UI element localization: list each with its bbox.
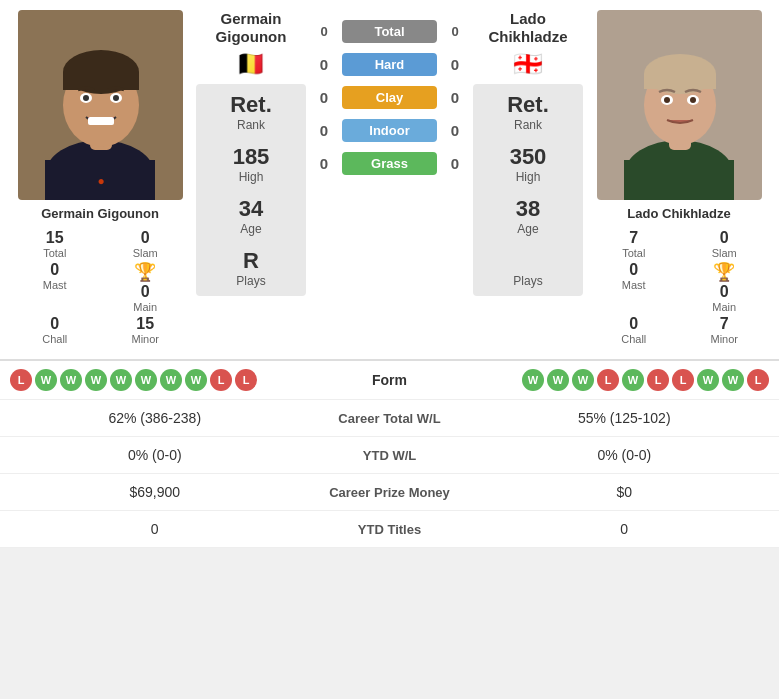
hard-btn: Hard bbox=[342, 53, 437, 76]
left-slam-value: 0 bbox=[108, 229, 183, 247]
right-slam-cell: 0 Slam bbox=[687, 229, 762, 259]
stats-label-3: YTD Titles bbox=[290, 522, 490, 537]
right-mast-value: 0 bbox=[597, 261, 672, 279]
left-form-badge-l: L bbox=[235, 369, 257, 391]
right-main-value: 0 bbox=[687, 283, 762, 301]
stats-row-3: 0 YTD Titles 0 bbox=[0, 511, 779, 548]
right-form-badge-l: L bbox=[672, 369, 694, 391]
right-slam-value: 0 bbox=[687, 229, 762, 247]
left-plays-label: Plays bbox=[236, 274, 265, 288]
right-main-label: Main bbox=[687, 301, 762, 313]
left-form-badge-w: W bbox=[185, 369, 207, 391]
stats-label-2: Career Prize Money bbox=[290, 485, 490, 500]
right-minor-label: Minor bbox=[687, 333, 762, 345]
right-form-badge-l: L bbox=[597, 369, 619, 391]
top-section: ● Germain Gigounon 15 Total 0 Slam 0 Mas… bbox=[0, 0, 779, 355]
right-minor-cell: 7 Minor bbox=[687, 315, 762, 345]
bottom-section: LWWWWWWWLL Form WWWLWLLWWL 62% (386-238)… bbox=[0, 359, 779, 548]
form-label: Form bbox=[330, 372, 450, 388]
right-form-badge-w: W bbox=[572, 369, 594, 391]
grass-btn: Grass bbox=[342, 152, 437, 175]
stats-right-1: 0% (0-0) bbox=[490, 447, 760, 463]
left-player-photo: ● bbox=[18, 10, 183, 200]
left-main-label: Main bbox=[108, 301, 183, 313]
right-plays-stat: Plays bbox=[513, 248, 542, 288]
surfaces-center: 0 Total 0 0 Hard 0 0 Clay 0 0 Indoor 0 bbox=[312, 10, 467, 345]
left-total-cell: 15 Total bbox=[18, 229, 93, 259]
right-form-badge-l: L bbox=[747, 369, 769, 391]
stats-rows-container: 62% (386-238) Career Total W/L 55% (125-… bbox=[0, 400, 779, 548]
svg-point-22 bbox=[690, 97, 696, 103]
right-ret-value: Ret. bbox=[507, 92, 549, 118]
hard-row: 0 Hard 0 bbox=[312, 53, 467, 76]
left-high-label: High bbox=[233, 170, 270, 184]
right-high-label: High bbox=[510, 170, 547, 184]
right-form-badge-w: W bbox=[522, 369, 544, 391]
stats-left-3: 0 bbox=[20, 521, 290, 537]
left-form-badge-l: L bbox=[210, 369, 232, 391]
right-high-value: 350 bbox=[510, 144, 547, 170]
svg-point-9 bbox=[113, 95, 119, 101]
left-indoor-score: 0 bbox=[312, 122, 336, 139]
right-trophy-cell: 🏆 0 Main bbox=[687, 261, 762, 313]
right-total-value: 7 bbox=[597, 229, 672, 247]
left-minor-value: 15 bbox=[108, 315, 183, 333]
left-minor-cell: 15 Minor bbox=[108, 315, 183, 345]
stats-left-2: $69,900 bbox=[20, 484, 290, 500]
left-grass-score: 0 bbox=[312, 155, 336, 172]
right-grass-score: 0 bbox=[443, 155, 467, 172]
right-age-stat: 38 Age bbox=[516, 196, 540, 236]
left-plays-value: R bbox=[236, 248, 265, 274]
right-plays-label: Plays bbox=[513, 274, 542, 288]
stats-right-0: 55% (125-102) bbox=[490, 410, 760, 426]
svg-point-21 bbox=[664, 97, 670, 103]
left-high-stat: 185 High bbox=[233, 144, 270, 184]
left-mid-section: Germain Gigounon 🇧🇪 Ret. Rank 185 High 3… bbox=[196, 10, 306, 345]
svg-rect-18 bbox=[644, 74, 716, 89]
total-row: 0 Total 0 bbox=[312, 20, 467, 43]
right-clay-score: 0 bbox=[443, 89, 467, 106]
left-slam-label: Slam bbox=[108, 247, 183, 259]
clay-row: 0 Clay 0 bbox=[312, 86, 467, 109]
left-form-badge-w: W bbox=[35, 369, 57, 391]
left-clay-score: 0 bbox=[312, 89, 336, 106]
left-minor-label: Minor bbox=[108, 333, 183, 345]
right-minor-value: 7 bbox=[687, 315, 762, 333]
right-form-badge-w: W bbox=[547, 369, 569, 391]
right-player-photo bbox=[597, 10, 762, 200]
left-trophy-cell: 🏆 0 Main bbox=[108, 261, 183, 313]
right-slam-label: Slam bbox=[687, 247, 762, 259]
stats-right-3: 0 bbox=[490, 521, 760, 537]
stats-row-2: $69,900 Career Prize Money $0 bbox=[0, 474, 779, 511]
right-hard-score: 0 bbox=[443, 56, 467, 73]
left-middle-stats: Ret. Rank 185 High 34 Age R Plays bbox=[196, 84, 306, 296]
right-player-section: Lado Chikhladze 7 Total 0 Slam 0 Mast 🏆 … bbox=[589, 10, 769, 345]
left-stats-grid: 15 Total 0 Slam 0 Mast 🏆 0 Main 0 bbox=[18, 229, 183, 345]
grass-row: 0 Grass 0 bbox=[312, 152, 467, 175]
right-mast-cell: 0 Mast bbox=[597, 261, 672, 313]
left-flag: 🇧🇪 bbox=[236, 50, 266, 78]
svg-rect-23 bbox=[624, 160, 734, 200]
left-form-badge-w: W bbox=[85, 369, 107, 391]
clay-btn: Clay bbox=[342, 86, 437, 109]
right-middle-stats: Ret. Rank 350 High 38 Age Plays bbox=[473, 84, 583, 296]
indoor-btn: Indoor bbox=[342, 119, 437, 142]
left-ret-value: Ret. bbox=[230, 92, 272, 118]
left-total-score: 0 bbox=[312, 24, 336, 39]
left-age-label: Age bbox=[239, 222, 263, 236]
left-form-badge-w: W bbox=[135, 369, 157, 391]
stats-row-0: 62% (386-238) Career Total W/L 55% (125-… bbox=[0, 400, 779, 437]
stats-left-1: 0% (0-0) bbox=[20, 447, 290, 463]
right-chall-label: Chall bbox=[597, 333, 672, 345]
right-form-badge-w: W bbox=[722, 369, 744, 391]
left-chall-label: Chall bbox=[18, 333, 93, 345]
right-player-name-center: Lado Chikhladze bbox=[473, 10, 583, 46]
svg-text:●: ● bbox=[97, 174, 104, 188]
right-age-label: Age bbox=[516, 222, 540, 236]
left-player-section: ● Germain Gigounon 15 Total 0 Slam 0 Mas… bbox=[10, 10, 190, 345]
right-mast-label: Mast bbox=[597, 279, 672, 291]
left-high-value: 185 bbox=[233, 144, 270, 170]
right-total-cell: 7 Total bbox=[597, 229, 672, 259]
right-chall-value: 0 bbox=[597, 315, 672, 333]
left-form-badge-w: W bbox=[60, 369, 82, 391]
